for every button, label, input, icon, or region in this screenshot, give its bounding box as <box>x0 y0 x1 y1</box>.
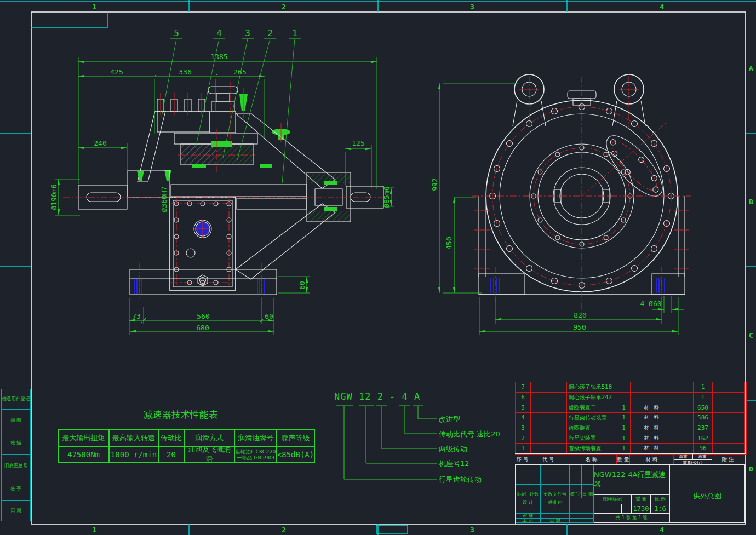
bom-header-name: 名 称 <box>566 454 617 465</box>
strip-date: 日 期 <box>1 500 31 521</box>
bom-material <box>631 393 674 403</box>
bom-header-material: 材 料 <box>630 454 674 465</box>
zone-bottom-1: 1 <box>92 526 96 534</box>
zone-top-3: 3 <box>470 3 474 11</box>
bom-row: 3 齿圈装置一 1 材 料 237 <box>516 423 746 434</box>
zone-row-a: A <box>749 64 753 72</box>
strip-borrow-record: 借通用件登记 <box>1 389 31 409</box>
bom-header-total-weight: 总重 <box>693 454 712 459</box>
bom-material: 材 料 <box>631 423 674 434</box>
dim-rv-bolt-span: 820 <box>574 311 586 319</box>
bom-table: 7 调心滚子轴承518 1 6 调心滚子轴承242 1 5 齿圈装置二 1 材 … <box>515 382 747 455</box>
bom-weight: 162 <box>694 433 713 444</box>
perf-header-speed: 最高输入转速 <box>109 430 158 446</box>
dim-seg-mid: 336 <box>179 68 191 76</box>
zone-top-2: 2 <box>282 3 286 11</box>
bom-header-seq: 序 号 <box>515 454 530 465</box>
model-label-planetary: 行星齿轮传动 <box>439 475 482 485</box>
strip-tracing: 描 图 <box>1 409 31 432</box>
tb-scale-value: 1:6 <box>651 504 670 514</box>
bom-material: 材 料 <box>631 402 674 413</box>
zone-row-d: D <box>749 465 753 473</box>
dim-seg-right: 265 <box>233 68 246 76</box>
cad-canvas: .sw{stroke:#e6e6e6;fill:none;stroke-widt… <box>0 0 756 535</box>
margin-strip: 借通用件登记 描 图 校 描 旧底图总号 签 字 日 期 <box>1 389 31 521</box>
dim-output-dia: Ø85m6 <box>382 186 391 208</box>
bom-material: 材 料 <box>631 444 674 454</box>
bom-seq: 6 <box>516 393 531 403</box>
right-view <box>472 74 691 320</box>
bom-header-weight: 单重 总重 重量(公斤) <box>674 454 712 465</box>
tb-mark-label: 标记 <box>516 491 528 498</box>
bom-row: 7 调心滚子轴承518 1 <box>516 382 746 393</box>
perf-value-speed: 1000 r/min <box>109 446 158 463</box>
zone-bottom-3: 3 <box>470 526 474 534</box>
dim-foot-width: 73 <box>132 312 141 320</box>
tb-sign-label: 签 字 <box>570 491 582 498</box>
drawing-title: NGW122-4A行星减速器 <box>594 465 670 495</box>
tb-process-label: 工 艺 <box>516 519 541 523</box>
perf-value-torque: 47500Nm <box>58 446 109 463</box>
bom-header-code: 代 号 <box>530 454 566 465</box>
balloon-1: 1 <box>289 28 301 39</box>
tb-weight-value: 1730 <box>632 504 651 514</box>
bom-qty: 1 <box>617 413 631 423</box>
bom-weight: 237 <box>694 423 713 434</box>
bom-material <box>631 382 674 393</box>
bom-row: 1 首级传动装置 1 材 料 96 <box>516 444 746 454</box>
bom-qty: 1 <box>617 402 631 413</box>
performance-table: 最大输出扭矩 最高输入转速 传动比 润滑方式 润滑油牌号 噪声等级 47500N… <box>58 429 315 463</box>
bom-header-unit-weight: 单重 <box>674 454 693 459</box>
tb-date2-label: 日 期 <box>541 519 570 523</box>
bom-seq: 4 <box>516 413 531 423</box>
perf-header-lube-method: 润滑方式 <box>184 430 234 446</box>
dim-rv-base-width: 950 <box>573 323 586 331</box>
bom-weight: 96 <box>694 444 713 454</box>
tb-audit-label: 审 核 <box>516 514 541 519</box>
perf-value-lube-method: 油池及飞溅润滑 <box>184 446 234 463</box>
zone-bottom-2: 2 <box>282 526 286 534</box>
dim-base-total: 680 <box>196 324 209 332</box>
oil-grade-line1: 齿轮油L-CKC220 <box>235 448 276 455</box>
drawing-subtitle: 供外总图 <box>670 485 745 507</box>
strip-trace-check: 校 描 <box>1 432 31 454</box>
dim-right-offset: 125 <box>352 139 364 147</box>
perf-header-oil-grade: 润滑油牌号 <box>234 430 277 446</box>
zone-top-4: 4 <box>660 3 664 11</box>
left-view <box>63 82 389 300</box>
bom-qty: 1 <box>617 433 631 444</box>
bom-name: 齿圈装置二 <box>567 402 617 413</box>
bom-weight: 1 <box>694 393 713 403</box>
dim-base-mid: 560 <box>197 312 209 320</box>
model-label-improved: 改进型 <box>439 415 460 424</box>
bom-name: 首级传动装置 <box>567 444 617 454</box>
callout-lines <box>336 406 437 479</box>
bom-seq: 1 <box>516 444 531 454</box>
bom-header-qty: 数 量 <box>617 454 630 465</box>
bom-header: 序 号 代 号 名 称 数 量 材 料 单重 总重 重量(公斤) 附 注 <box>515 453 746 465</box>
model-label-two-stage: 两级传动 <box>439 444 467 454</box>
zone-row-c: C <box>749 331 753 340</box>
bom-name: 调心滚子轴承518 <box>567 382 617 393</box>
dim-rv-center-height: 450 <box>445 237 453 249</box>
bom-seq: 2 <box>516 433 531 444</box>
bom-header-note: 附 注 <box>712 454 744 465</box>
bom-name: 调心滚子轴承242 <box>567 393 617 403</box>
bom-material: 材 料 <box>631 413 674 423</box>
tb-scale-label: 比 例 <box>651 495 670 504</box>
dim-base-right: 60 <box>265 312 273 320</box>
bom-qty: 1 <box>617 444 631 454</box>
perf-header-ratio: 传动比 <box>158 430 184 446</box>
title-block: 标记 处数 更改文件号 签 字 日 期 设 计 标准化 审 核 工 艺 日 期 … <box>515 464 746 524</box>
zone-row-b: B <box>749 198 753 206</box>
dim-rv-height: 992 <box>431 178 439 191</box>
dim-rv-holes: 4-Ø60 <box>640 300 661 308</box>
dim-total-length: 1385 <box>210 53 227 61</box>
dim-seg-left: 425 <box>110 68 123 76</box>
tb-weight-label: 重 量 <box>632 495 651 504</box>
bom-seq: 3 <box>516 423 531 434</box>
zone-top-1: 1 <box>92 3 96 11</box>
model-label-ratio-code: 传动比代号 速比20 <box>439 429 500 439</box>
balloon-3: 3 <box>242 28 254 39</box>
bom-qty: 1 <box>617 423 631 434</box>
